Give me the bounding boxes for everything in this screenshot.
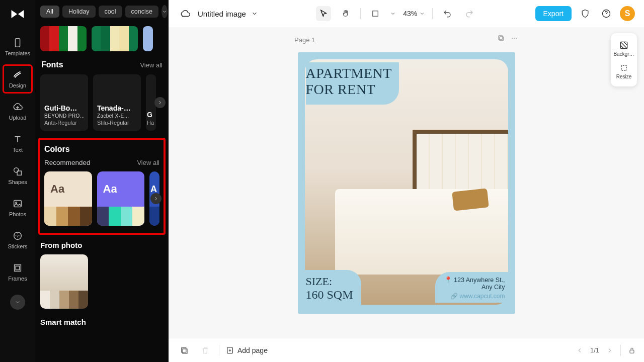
- svg-rect-10: [500, 37, 504, 41]
- palette-card-peek[interactable]: [143, 26, 153, 51]
- artboard-title: APARTMENT FOR RENT: [306, 62, 399, 105]
- cloud-icon[interactable]: [178, 6, 193, 21]
- colors-section: Colors Recommended View all Aa Aa A: [38, 138, 166, 235]
- font-row: Guti-Bo… BEYOND PRO… Anta-Regular Tenada…: [40, 74, 164, 131]
- background-tool[interactable]: Backgr…: [613, 37, 635, 60]
- app-logo[interactable]: [9, 5, 27, 23]
- divider: [219, 345, 219, 356]
- page-counter: 1/1: [590, 346, 599, 354]
- delete-icon[interactable]: [198, 343, 213, 358]
- svg-rect-0: [15, 39, 20, 47]
- nav-upload[interactable]: Upload: [3, 97, 33, 126]
- fonts-header: Fonts View all: [41, 60, 163, 69]
- title-chevron-icon[interactable]: [251, 10, 258, 17]
- divider: [360, 8, 361, 19]
- svg-rect-8: [373, 11, 378, 17]
- filter-chip-all[interactable]: All: [40, 6, 59, 18]
- nav-rail: Templates Design Upload Text Shapes Phot…: [0, 0, 35, 362]
- svg-point-12: [512, 38, 513, 39]
- page-actions: [497, 34, 518, 42]
- export-button[interactable]: Export: [535, 6, 572, 21]
- color-card[interactable]: Aa: [44, 171, 92, 226]
- filter-chip-concise[interactable]: concise: [125, 6, 158, 18]
- zoom-control[interactable]: 43%: [403, 10, 425, 18]
- font-card[interactable]: Guti-Bo… BEYOND PRO… Anta-Regular: [40, 74, 88, 131]
- from-photo-card[interactable]: [40, 254, 88, 309]
- next-page-icon[interactable]: [606, 347, 613, 354]
- add-page-button[interactable]: Add page: [225, 346, 268, 355]
- main-area: Untitled image 43%: [169, 0, 644, 362]
- duplicate-page-icon[interactable]: [497, 34, 505, 42]
- nav-text[interactable]: Text: [3, 129, 33, 158]
- svg-rect-18: [183, 349, 187, 353]
- help-icon[interactable]: [599, 6, 614, 21]
- shield-icon[interactable]: [578, 6, 593, 21]
- svg-point-13: [514, 38, 515, 39]
- font-scroll-next[interactable]: [154, 97, 166, 108]
- document-title[interactable]: Untitled image: [198, 10, 246, 18]
- artboard[interactable]: APARTMENT FOR RENT SIZE: 160 SQM 📍 123 A…: [298, 52, 515, 314]
- palette-card[interactable]: [40, 26, 87, 51]
- nav-more[interactable]: [10, 295, 25, 310]
- svg-rect-17: [182, 347, 186, 352]
- filter-more[interactable]: [162, 5, 168, 18]
- palette-card[interactable]: [92, 26, 138, 51]
- redo-button[interactable]: [462, 6, 477, 21]
- font-card[interactable]: Tenada-… Zacbel X-E… Stilu-Regular: [93, 74, 141, 131]
- nav-design[interactable]: Design: [3, 64, 33, 94]
- nav-label: Templates: [5, 50, 30, 56]
- svg-rect-7: [16, 266, 19, 269]
- color-scroll-next[interactable]: [150, 193, 162, 204]
- svg-rect-6: [15, 265, 21, 272]
- svg-rect-11: [499, 36, 503, 40]
- svg-point-5: [14, 232, 22, 240]
- filter-row: All Holiday cool concise: [40, 5, 164, 18]
- svg-point-14: [516, 38, 517, 39]
- color-row: Aa Aa A: [44, 171, 159, 226]
- lock-icon[interactable]: [628, 346, 636, 354]
- nav-label: Photos: [9, 211, 26, 217]
- svg-rect-3: [14, 201, 22, 207]
- nav-templates[interactable]: Templates: [3, 32, 33, 61]
- zoom-chevron-icon: [419, 11, 425, 17]
- color-card[interactable]: Aa: [97, 171, 145, 226]
- filter-chip-holiday[interactable]: Holiday: [62, 6, 96, 18]
- divider: [432, 8, 433, 19]
- colors-title: Colors: [44, 145, 70, 154]
- topbar: Untitled image 43%: [169, 0, 644, 27]
- bottom-bar: Add page 1/1: [169, 338, 644, 362]
- nav-stickers[interactable]: Stickers: [3, 225, 33, 254]
- crop-tool[interactable]: [368, 6, 383, 21]
- fonts-viewall[interactable]: View all: [140, 61, 163, 69]
- hand-tool[interactable]: [338, 6, 353, 21]
- smart-match-title: Smart match: [40, 318, 164, 326]
- nav-photos[interactable]: Photos: [3, 193, 33, 222]
- artboard-size: SIZE: 160 SQM: [305, 270, 361, 305]
- nav-label: Shapes: [8, 179, 27, 185]
- prev-page-icon[interactable]: [576, 347, 583, 354]
- cursor-tool[interactable]: [316, 6, 331, 21]
- filter-chip-cool[interactable]: cool: [99, 6, 122, 18]
- resize-tool[interactable]: Resize: [613, 60, 635, 82]
- divider: [620, 345, 621, 356]
- undo-button[interactable]: [440, 6, 455, 21]
- right-tools: Backgr… Resize: [611, 33, 637, 86]
- colors-viewall[interactable]: View all: [137, 159, 159, 166]
- more-page-icon[interactable]: [510, 34, 518, 42]
- canvas-area[interactable]: Page 1 APARTMENT FOR RENT SIZE: 160 SQM …: [169, 27, 644, 338]
- svg-point-1: [14, 168, 19, 172]
- palette-row: [40, 26, 164, 51]
- nav-label: Frames: [8, 276, 27, 282]
- user-avatar[interactable]: S: [620, 6, 635, 21]
- from-photo-title: From photo: [40, 241, 164, 249]
- crop-chevron-icon[interactable]: [390, 11, 396, 17]
- from-photo-section: From photo: [40, 241, 164, 309]
- nav-frames[interactable]: Frames: [3, 257, 33, 287]
- colors-recommended: Recommended: [44, 159, 91, 166]
- svg-rect-16: [621, 65, 626, 70]
- svg-rect-20: [630, 350, 634, 353]
- design-panel: All Holiday cool concise Fonts View all …: [35, 0, 169, 362]
- nav-label: Upload: [9, 115, 27, 121]
- nav-shapes[interactable]: Shapes: [3, 161, 33, 190]
- layers-icon[interactable]: [177, 343, 192, 358]
